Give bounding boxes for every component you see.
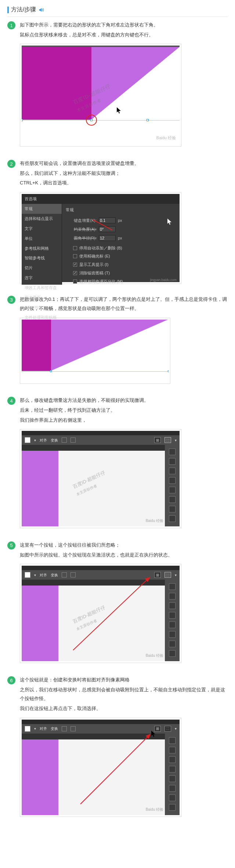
panel-icon[interactable] — [169, 756, 176, 763]
sidebar-item[interactable]: GPU 性能 — [22, 303, 62, 313]
tool-icon[interactable] — [62, 437, 67, 443]
toolbar-label[interactable]: 对齐 — [40, 572, 47, 579]
dialog-sidebar: 常规选择和锚点显示文字单位参考线和网格智能参考线切片连字增效工具和暂存盘用户界面… — [22, 204, 62, 285]
document-tabbar — [22, 580, 180, 586]
checkbox-icon: ✓ — [73, 263, 77, 267]
dropdown-icon[interactable]: ▾ — [175, 572, 177, 579]
toolbar-label[interactable]: 对齐 — [40, 437, 47, 444]
number-input[interactable] — [99, 217, 116, 223]
tool-icon[interactable] — [62, 726, 67, 731]
checkbox-icon — [73, 280, 77, 284]
tool-icon[interactable] — [70, 437, 76, 443]
panel-icon[interactable] — [169, 737, 176, 744]
section-title: 方法/步骤 — [11, 6, 36, 14]
panel-icon[interactable] — [169, 468, 176, 474]
panel-icon[interactable] — [169, 804, 176, 811]
anchor-point — [22, 119, 23, 121]
checkbox-icon — [73, 246, 77, 250]
checkbox-icon — [73, 254, 77, 258]
document-tabbar — [22, 445, 180, 451]
sidebar-item[interactable]: 文字 — [22, 224, 62, 234]
align-pixel-icon[interactable]: ⊞ — [154, 572, 161, 578]
sidebar-item[interactable]: 选择和锚点显示 — [22, 214, 62, 224]
unit-label: px — [118, 217, 122, 224]
sidebar-item[interactable]: 切片 — [22, 263, 62, 273]
checkbox-row[interactable]: 使用精确光标 (E) — [73, 252, 176, 260]
canvas[interactable] — [22, 586, 165, 661]
baidu-watermark: Baidu 经验 — [146, 806, 163, 813]
panel-icon[interactable] — [169, 795, 176, 801]
dropdown-icon[interactable]: ▾ — [175, 725, 177, 732]
align-pixel-icon[interactable]: ⊞ — [154, 437, 161, 443]
checkbox-label: 显示工具提示 (I) — [79, 261, 108, 269]
sidebar-item[interactable]: 连字 — [22, 273, 62, 283]
anchor-point — [50, 370, 52, 372]
checkbox-row[interactable]: ✓消除锯齿图稿 (T) — [73, 269, 176, 277]
sidebar-item[interactable]: 单位 — [22, 234, 62, 244]
checkbox-row[interactable]: ✓显示工具提示 (I) — [73, 261, 176, 269]
panel-icon[interactable] — [169, 602, 176, 609]
panel-icon[interactable] — [169, 515, 176, 522]
step-text: 之所以，我们在移动形状时，总感觉到会被自动吸附到位置上，不能自主移动到指定位置，… — [20, 685, 228, 703]
menubar — [22, 566, 180, 570]
checkbox-label: 停用自动添加／删除 (B) — [79, 244, 122, 252]
cursor-icon — [151, 731, 156, 739]
panel-icon[interactable] — [169, 458, 176, 465]
dropdown-icon[interactable]: ▾ — [175, 437, 177, 444]
sidebar-item[interactable]: 增效工具和暂存盘 — [22, 283, 62, 293]
tool-icon[interactable] — [70, 726, 76, 731]
fill-swatch[interactable] — [25, 437, 30, 443]
dropdown-icon[interactable]: ▾ — [34, 725, 36, 732]
panel-icon[interactable] — [169, 622, 176, 628]
panel-icon[interactable] — [169, 641, 176, 647]
cursor-icon — [116, 107, 122, 117]
panel-icon[interactable] — [169, 496, 176, 503]
dropdown-icon[interactable]: ▾ — [34, 572, 36, 579]
shape — [22, 451, 58, 526]
canvas[interactable] — [22, 739, 165, 815]
panel-icon[interactable] — [169, 631, 176, 638]
canvas[interactable] — [22, 451, 165, 526]
baidu-watermark: Baidu 经验 — [146, 517, 163, 524]
sidebar-item[interactable]: 参考线和网格 — [22, 244, 62, 253]
sidebar-item[interactable]: 智能参考线 — [22, 253, 62, 263]
panel-icon[interactable] — [169, 775, 176, 782]
field-label: 圆角半径(R): — [66, 234, 97, 242]
snap-to-pixel-button[interactable]: ⸬ — [164, 437, 171, 443]
checkbox-row[interactable]: 停用自动添加／删除 (B) — [73, 244, 176, 252]
tool-icon[interactable] — [62, 572, 67, 577]
step-text: 有些朋友可能会说，设置微调在首选项里设置键盘增量。 — [20, 159, 228, 168]
step-1: 1 如下图中所示，需要把右边的形状的左下角对准左边形状右下角。 鼠标点住形状移来… — [7, 21, 228, 148]
fill-swatch[interactable] — [25, 726, 30, 732]
step-badge: 4 — [7, 397, 15, 405]
panel-icon[interactable] — [169, 650, 176, 657]
panel-icon[interactable] — [169, 766, 176, 772]
snap-to-pixel-button[interactable]: ⸬ — [164, 572, 171, 578]
figure: 首选项 常规选择和锚点显示文字单位参考线和网格智能参考线切片连字增效工具和暂存盘… — [20, 192, 181, 284]
panel-icon[interactable] — [169, 593, 176, 599]
panel-icon[interactable] — [169, 477, 176, 484]
step-text: 我们在这按钮上再点击下，取消选择。 — [20, 704, 228, 713]
panel-icon[interactable] — [169, 487, 176, 493]
panel-icon[interactable] — [169, 785, 176, 792]
cursor-icon — [167, 219, 172, 228]
snap-to-pixel-button[interactable]: ⸬ — [164, 726, 171, 732]
toolbar-label[interactable]: 变换 — [51, 572, 58, 579]
panel-icon[interactable] — [169, 612, 176, 619]
toolbar-label[interactable]: 变换 — [51, 725, 58, 732]
step-badge: 6 — [7, 676, 15, 684]
tool-icon[interactable] — [70, 572, 76, 577]
toolbar-label[interactable]: 对齐 — [40, 725, 47, 732]
sidebar-item[interactable]: 常规 — [22, 204, 62, 214]
sidebar-item[interactable]: 用户界面 — [22, 293, 62, 303]
audio-icon[interactable] — [38, 7, 44, 13]
panel-icon[interactable] — [169, 747, 176, 753]
panel-icon[interactable] — [169, 506, 176, 512]
step-text: 这个按钮就是：创建和变换时将贴图对齐到像素网格 — [20, 676, 228, 685]
panel-icon[interactable] — [169, 583, 176, 590]
toolbar-label[interactable]: 变换 — [51, 437, 58, 444]
panel-icon[interactable] — [169, 449, 176, 455]
shape — [22, 739, 58, 815]
dropdown-icon[interactable]: ▾ — [34, 437, 36, 444]
fill-swatch[interactable] — [25, 572, 30, 578]
